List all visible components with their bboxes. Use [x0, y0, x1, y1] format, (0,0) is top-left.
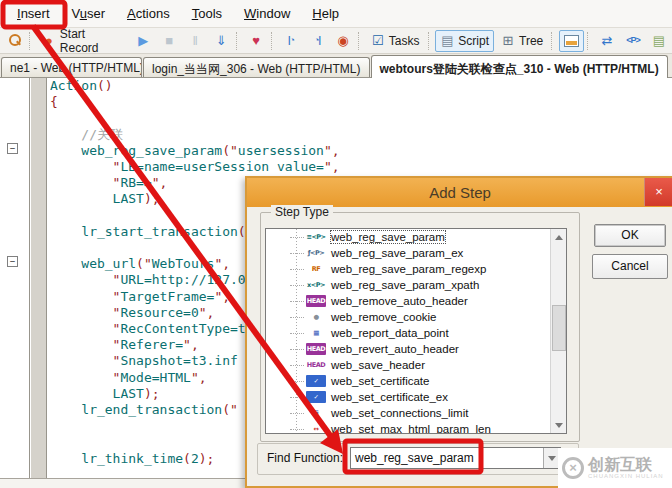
step-type-item[interactable]: ✓web_set_certificate [266, 373, 550, 389]
menu-item-actions[interactable]: Actions [116, 2, 181, 25]
web-set-connections-limit-icon: ≣ [306, 407, 326, 419]
start-record-button[interactable]: ●Start Record [37, 30, 129, 52]
tree-guide [290, 365, 304, 366]
pause-icon[interactable]: ‖ [183, 30, 207, 52]
show-output-pane-button[interactable] [559, 30, 584, 52]
step-type-item-label: web_reg_save_param_ex [331, 247, 463, 259]
tree-guide [290, 333, 304, 334]
code-line: //关联 [50, 127, 672, 143]
list-scrollbar[interactable] [550, 229, 566, 433]
web-reg-save-param-ex-icon: ƒ<P> [306, 247, 326, 259]
tree-button-glyph: ⊞ [501, 34, 515, 47]
new-transaction-icon-glyph: ♥ [249, 34, 263, 47]
pause-icon-glyph: ‖ [188, 34, 202, 47]
tree-guide [290, 253, 304, 254]
web-set-max-html-param-len-icon: ↔ [306, 423, 326, 433]
step-type-item[interactable]: HEADweb_save_header [266, 357, 550, 373]
code-line: "LB=name=userSession value=", [50, 159, 672, 175]
compile-icon[interactable]: ⇓ [209, 30, 233, 52]
tab-ne1-web-http-html[interactable]: ne1 - Web (HTTP/HTML) [1, 57, 142, 77]
tree-guide [290, 269, 304, 270]
toolbar-separator [236, 32, 241, 50]
web-reg-save-param-regexp-icon: RF [306, 263, 326, 275]
step-type-item[interactable]: RFweb_reg_save_param_regexp [266, 261, 550, 277]
start-transaction-icon[interactable]: |◔ [279, 30, 303, 52]
menu-item-tools[interactable]: Tools [181, 2, 233, 25]
step-type-item[interactable]: ↔web_set_max_html_param_len [266, 421, 550, 433]
find-function-combobox[interactable]: web_reg_save_param [350, 447, 561, 469]
toolbar-separator [29, 32, 34, 50]
menu-item-insert[interactable]: Insert [6, 2, 61, 25]
tree-guide [290, 349, 304, 350]
menu-item-window[interactable]: Window [233, 2, 301, 25]
menu-item-help[interactable]: Help [301, 2, 350, 25]
step-type-item[interactable]: HEADweb_revert_auto_header [266, 341, 550, 357]
fold-toggle[interactable]: − [7, 143, 18, 154]
ok-button[interactable]: OK [594, 224, 666, 247]
tree-button[interactable]: ⊞Tree [496, 30, 548, 52]
start-record-button-label: Start Record [60, 27, 124, 55]
step-type-item[interactable]: ✓web_set_certificate_ex [266, 389, 550, 405]
script-button[interactable]: ▤Script [435, 30, 494, 52]
script-tab-bar: ne1 - Web (HTTP/HTML)login_当当网_306 - Web… [0, 54, 672, 78]
editor-margin [30, 78, 47, 478]
stop-icon-glyph: ■ [162, 34, 176, 47]
tab-webtours-310[interactable]: webtours登陆关联检查点_310 - Web (HTTP/HTML) [371, 55, 668, 78]
script-button-label: Script [458, 34, 489, 48]
step-type-item[interactable]: ▦web_report_data_point [266, 325, 550, 341]
cancel-button[interactable]: Cancel [592, 254, 668, 279]
web-set-certificate-ex-icon: ✓ [306, 391, 326, 403]
tree-button-label: Tree [519, 34, 543, 48]
scroll-up-icon[interactable] [551, 229, 567, 245]
add-step-dialog: Add Step × Step Type ≡<P>web_reg_save_pa… [245, 176, 672, 488]
find-function-label: Find Function: [267, 451, 343, 465]
run-icon[interactable]: ▶ [131, 30, 155, 52]
watermark-subtext: CHUANGXIN HULIAN [588, 473, 664, 479]
swap-icon-glyph: ⇄ [600, 34, 614, 47]
toolbar: ●Start Record▶■‖⇓♥|◔◔|◉☑Tasks▤Script⊞Tre… [0, 28, 672, 54]
toolbar-separator [551, 32, 556, 50]
run-icon-glyph: ▶ [136, 34, 150, 47]
scroll-down-icon[interactable] [551, 417, 567, 433]
step-type-item[interactable]: x<P>web_reg_save_param_xpath [266, 277, 550, 293]
stop-icon[interactable]: ■ [157, 30, 181, 52]
new-transaction-icon[interactable]: ♥ [244, 30, 268, 52]
start-transaction-icon-glyph: |◔ [284, 34, 298, 47]
tree-guide [290, 397, 304, 398]
layout-glyph [564, 35, 579, 47]
step-type-item-label: web_remove_auto_header [331, 295, 468, 307]
close-icon[interactable]: × [644, 178, 672, 206]
tab-login-306-web[interactable]: login_当当网_306 - Web (HTTP/HTML) [143, 57, 370, 77]
tree-guide [290, 301, 304, 302]
toolbar-separator [271, 32, 276, 50]
code-line: Action() [50, 78, 672, 94]
menu-item-vuser[interactable]: Vuser [61, 2, 117, 25]
step-type-item[interactable]: ≣web_set_connections_limit [266, 405, 550, 421]
zoom-icon[interactable] [3, 30, 26, 52]
step-type-item-label: web_set_connections_limit [331, 407, 468, 419]
step-type-item[interactable]: ƒ<P>web_reg_save_param_ex [266, 245, 550, 261]
watermark: × 创新互联 CHUANGXIN HULIAN [558, 448, 672, 488]
toolbar-separator [587, 32, 592, 50]
parameter-page-icon[interactable]: <P> [621, 30, 645, 52]
step-type-item-label: web_reg_save_param_xpath [331, 279, 479, 291]
step-type-item[interactable]: HEADweb_remove_auto_header [266, 293, 550, 309]
tasks-button-glyph: ☑ [371, 34, 385, 47]
fold-toggle[interactable]: − [7, 256, 18, 267]
form-icon[interactable]: ▤ [647, 30, 671, 52]
scrollbar-thumb[interactable] [552, 305, 566, 351]
tree-guide [290, 429, 304, 430]
step-type-item[interactable]: ≡<P>web_reg_save_param [266, 229, 550, 245]
tree-guide [290, 285, 304, 286]
tasks-button[interactable]: ☑Tasks [366, 30, 425, 52]
end-transaction-icon[interactable]: ◔| [305, 30, 329, 52]
rendezvous-icon[interactable]: ◉ [331, 30, 355, 52]
compile-icon-glyph: ⇓ [214, 34, 228, 47]
tree-guide [290, 381, 304, 382]
toolbar-separator [358, 32, 363, 50]
step-type-item[interactable]: ●web_remove_cookie [266, 309, 550, 325]
step-type-list[interactable]: ≡<P>web_reg_save_paramƒ<P>web_reg_save_p… [265, 228, 567, 434]
web-reg-save-param-icon: ≡<P> [306, 231, 326, 243]
step-type-item-label: web_report_data_point [331, 327, 449, 339]
swap-icon[interactable]: ⇄ [595, 30, 619, 52]
